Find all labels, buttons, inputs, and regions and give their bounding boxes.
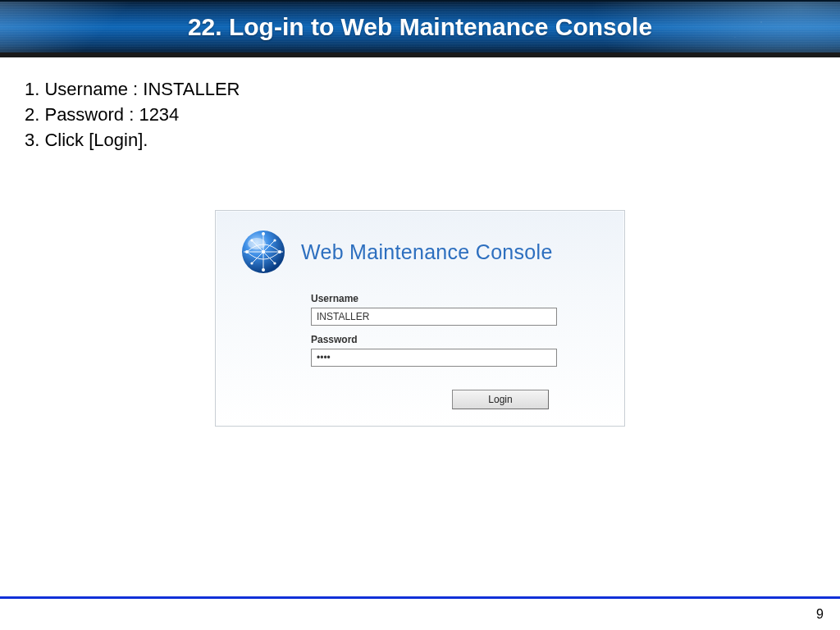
login-button[interactable]: Login (452, 390, 549, 409)
password-input[interactable] (311, 349, 557, 367)
username-label: Username (311, 293, 596, 304)
instruction-step-3: 3. Click [Login]. (25, 128, 815, 153)
svg-point-5 (262, 268, 265, 272)
login-panel: Web Maintenance Console Username Passwor… (215, 210, 625, 427)
svg-point-4 (262, 232, 265, 235)
svg-point-9 (273, 262, 276, 265)
svg-point-2 (245, 250, 249, 253)
password-label: Password (311, 334, 596, 345)
login-title: Web Maintenance Console (301, 240, 553, 264)
slide-header-banner: 22. Log-in to Web Maintenance Console (0, 0, 840, 57)
slide-title: 22. Log-in to Web Maintenance Console (188, 13, 652, 41)
instructions-block: 1. Username : INSTALLER 2. Password : 12… (0, 57, 840, 161)
username-input[interactable] (311, 308, 557, 326)
svg-point-3 (278, 250, 281, 253)
svg-point-7 (273, 240, 276, 242)
instruction-step-1: 1. Username : INSTALLER (25, 77, 815, 103)
login-header: Web Maintenance Console (235, 229, 605, 275)
svg-point-10 (262, 250, 265, 253)
footer-divider (0, 596, 840, 599)
instruction-step-2: 2. Password : 1234 (25, 103, 815, 128)
svg-point-8 (250, 262, 253, 265)
globe-icon (240, 229, 286, 275)
login-form: Username Password Login (235, 293, 605, 409)
page-number: 9 (816, 607, 824, 622)
svg-point-6 (250, 240, 253, 242)
